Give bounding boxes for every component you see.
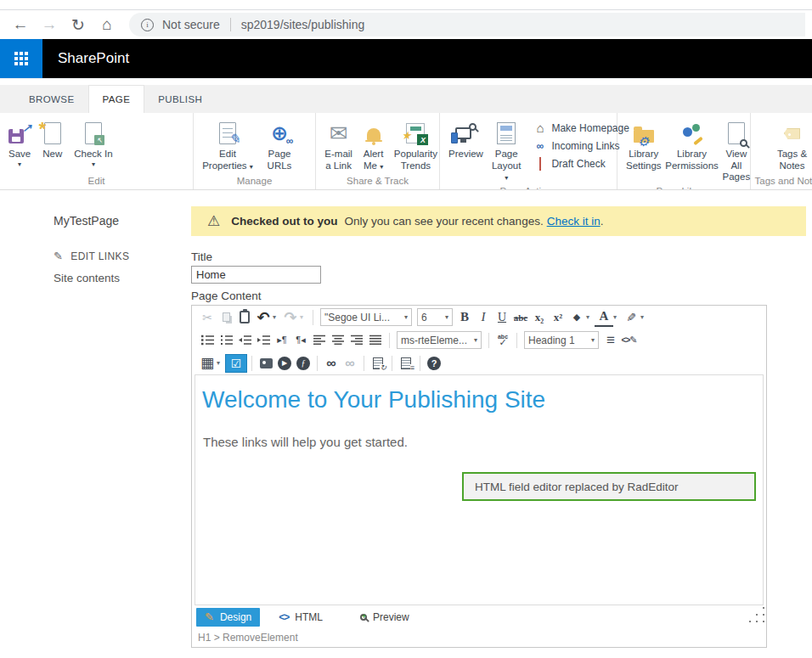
- line-spacing-icon[interactable]: ≡: [601, 331, 620, 350]
- content-heading[interactable]: Welcome to Your Publishing Site: [202, 386, 763, 413]
- popularity-trends-button[interactable]: ★X Popularity Trends: [392, 117, 439, 172]
- notice-message: Only you can see your recent changes.: [345, 215, 544, 228]
- design-mode-button[interactable]: ✎ Design: [196, 608, 260, 627]
- bullet-list-icon[interactable]: [198, 331, 217, 350]
- font-size-select[interactable]: 6▾: [417, 308, 453, 326]
- check-in-icon: ↖: [85, 122, 102, 144]
- not-secure-info-icon[interactable]: i: [141, 19, 154, 31]
- edit-properties-button[interactable]: ✎ Edit Properties ▾: [200, 117, 255, 172]
- tab-page[interactable]: PAGE: [88, 85, 145, 113]
- browser-back-icon[interactable]: ←: [8, 13, 32, 37]
- resize-grip[interactable]: [756, 614, 758, 616]
- suite-brand[interactable]: SharePoint: [58, 39, 129, 78]
- browser-home-icon[interactable]: ⌂: [95, 13, 119, 37]
- notice-title: Checked out to you: [231, 215, 337, 228]
- new-page-button[interactable]: * New: [41, 117, 64, 161]
- address-bar[interactable]: i Not secure sp2019/sites/publishing: [129, 13, 805, 37]
- url-text[interactable]: sp2019/sites/publishing: [241, 18, 365, 31]
- indent-icon[interactable]: [254, 331, 273, 350]
- nav-item-mytestpage[interactable]: MyTestPage: [54, 214, 191, 228]
- browser-refresh-icon[interactable]: ↻: [66, 13, 90, 37]
- library-permissions-button[interactable]: Library Permissions: [667, 117, 718, 172]
- superscript-icon[interactable]: x²: [549, 308, 567, 327]
- new-page-icon: *: [44, 122, 61, 144]
- copy-icon[interactable]: [217, 308, 235, 327]
- content-paragraph[interactable]: These links will help you get started.: [203, 435, 763, 449]
- template-manager-icon[interactable]: ≡: [397, 354, 415, 373]
- cut-icon[interactable]: ✂: [198, 308, 217, 327]
- align-left-icon[interactable]: [310, 331, 329, 350]
- html-code-icon: <>: [279, 611, 289, 623]
- subscript-icon[interactable]: x₂: [530, 308, 549, 327]
- image-manager-icon[interactable]: [257, 354, 275, 373]
- preview-button[interactable]: Preview: [447, 117, 485, 161]
- alert-me-button[interactable]: Alert Me ▾: [361, 117, 386, 172]
- page-urls-icon: ⊕∞: [271, 123, 288, 143]
- check-it-in-link[interactable]: Check it in: [547, 215, 601, 228]
- insert-table-icon[interactable]: ▦: [198, 354, 217, 373]
- link-manager-icon[interactable]: ∞: [322, 354, 341, 373]
- edit-links-button[interactable]: ✎ EDIT LINKS: [54, 250, 191, 262]
- tab-browse[interactable]: BROWSE: [15, 85, 88, 113]
- redo-icon[interactable]: ↷: [281, 308, 300, 327]
- left-nav: MyTestPage ✎ EDIT LINKS Site contents: [0, 190, 191, 658]
- font-color-icon[interactable]: A: [595, 308, 613, 327]
- numbered-list-icon[interactable]: [217, 331, 235, 350]
- align-center-icon[interactable]: [329, 331, 347, 350]
- format-painter-dropdown-icon[interactable]: ▾: [640, 313, 649, 321]
- undo-dropdown-icon[interactable]: ▾: [273, 313, 281, 321]
- outdent-icon[interactable]: [235, 331, 254, 350]
- preview-mode-button[interactable]: Preview: [352, 608, 418, 627]
- draft-check-icon: [533, 158, 547, 170]
- tab-publish[interactable]: PUBLISH: [144, 85, 216, 113]
- check-in-button[interactable]: ↖ Check In▾: [72, 117, 114, 169]
- nav-item-site-contents[interactable]: Site contents: [54, 272, 191, 284]
- email-link-button[interactable]: ✉ E-mail a Link: [323, 117, 354, 172]
- flash-manager-icon[interactable]: ƒ: [294, 354, 313, 373]
- tags-notes-button[interactable]: Tags & Notes: [771, 117, 812, 172]
- highlight-dropdown-icon[interactable]: ▾: [586, 313, 595, 321]
- media-manager-icon[interactable]: ▶: [275, 354, 294, 373]
- css-class-select[interactable]: ms-rteEleme...▾: [397, 331, 482, 349]
- library-settings-button[interactable]: ⚙ Library Settings: [624, 117, 663, 172]
- italic-icon[interactable]: I: [474, 308, 493, 327]
- justify-icon[interactable]: [366, 331, 385, 350]
- document-manager-icon[interactable]: ↻: [369, 354, 387, 373]
- draft-check-button[interactable]: Draft Check: [533, 155, 629, 172]
- html-mode-button[interactable]: <> HTML: [270, 608, 331, 627]
- format-painter-icon[interactable]: ✎: [622, 308, 640, 327]
- embed-code-toggle-icon[interactable]: ☑: [225, 354, 247, 373]
- view-all-pages-button[interactable]: View All Pages: [721, 117, 753, 184]
- element-path[interactable]: H1 > RemoveElement: [198, 632, 298, 644]
- paragraph-style-select[interactable]: Heading 1▾: [524, 331, 599, 349]
- bold-icon[interactable]: B: [455, 308, 474, 327]
- group-label-page-actions: Page Actions: [440, 184, 617, 190]
- page-layout-button[interactable]: Page Layout ▾: [490, 117, 523, 184]
- redo-dropdown-icon[interactable]: ▾: [300, 313, 308, 321]
- underline-icon[interactable]: U: [493, 308, 511, 327]
- ltr-paragraph-icon[interactable]: ▸¶: [273, 331, 291, 350]
- browser-forward-icon[interactable]: →: [37, 13, 61, 37]
- help-icon[interactable]: ?: [425, 354, 443, 373]
- font-name-select[interactable]: "Segoe UI Li...▾: [320, 308, 412, 326]
- make-homepage-button[interactable]: ⌂ Make Homepage: [533, 119, 629, 137]
- editor-content-area[interactable]: Welcome to Your Publishing Site These li…: [195, 374, 764, 605]
- paste-icon[interactable]: [235, 308, 254, 327]
- editor-status-bar: H1 > RemoveElement: [192, 628, 766, 647]
- ribbon: ↗ Save▾ * New ↖ Check In▾ Edit ✎ Edit Pr…: [0, 113, 812, 190]
- spell-check-icon[interactable]: abc✓: [493, 331, 512, 350]
- save-button[interactable]: ↗ Save▾: [7, 117, 32, 169]
- highlight-color-icon[interactable]: ◆: [567, 308, 586, 327]
- remove-link-icon[interactable]: ∞: [341, 354, 359, 373]
- title-input[interactable]: [191, 266, 321, 284]
- strikethrough-icon[interactable]: abc: [511, 308, 530, 327]
- app-launcher-button[interactable]: [0, 39, 42, 78]
- align-right-icon[interactable]: [347, 331, 366, 350]
- incoming-links-button[interactable]: ∞ Incoming Links: [533, 137, 629, 155]
- page-urls-button[interactable]: ⊕∞ Page URLs: [262, 117, 297, 172]
- rtl-paragraph-icon[interactable]: ¶◂: [291, 331, 310, 350]
- format-code-block-icon[interactable]: <>✎: [620, 331, 639, 350]
- undo-icon[interactable]: ↶: [254, 308, 273, 327]
- insert-table-dropdown-icon[interactable]: ▾: [217, 359, 225, 367]
- font-color-dropdown-icon[interactable]: ▾: [613, 313, 622, 321]
